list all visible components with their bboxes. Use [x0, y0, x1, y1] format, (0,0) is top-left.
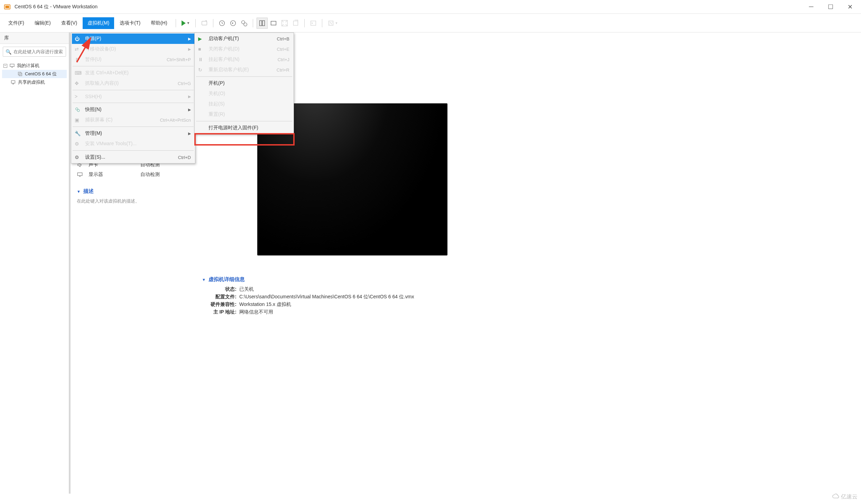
menu-label: 发送 Ctrl+Alt+Del(E) [85, 70, 191, 76]
menu-view[interactable]: 查看(V) [56, 17, 82, 29]
menu-separator [196, 76, 292, 77]
menu-item-tools: ⚙安装 VMware Tools(T)... [72, 139, 194, 149]
menu-separator [73, 103, 194, 103]
description-placeholder[interactable]: 在此处键入对该虚拟机的描述。 [77, 198, 189, 204]
svg-rect-15 [18, 72, 21, 75]
separator [304, 19, 305, 27]
unity-button[interactable] [290, 18, 301, 28]
menu-item-power[interactable]: ⏻电源(P)▶ [72, 34, 194, 44]
power-on-button[interactable]: ▼ [179, 19, 192, 27]
maximize-button[interactable]: ☐ [826, 2, 835, 12]
submenu-item: 关机(O) [195, 88, 293, 99]
menu-item-send: ⌨发送 Ctrl+Alt+Del(E) [72, 68, 194, 78]
library-tree: − 我的计算机 CentOS 6 64 位 共享的虚拟机 [0, 59, 69, 88]
section-title: 虚拟机详细信息 [209, 276, 245, 283]
hw-name: 显示器 [89, 171, 140, 178]
menu-label: 关机(O) [209, 91, 289, 97]
description-header[interactable]: ▼ 描述 [77, 188, 189, 195]
svg-rect-1 [6, 6, 9, 8]
submenu-item[interactable]: 打开电源时进入固件(F) [195, 123, 293, 133]
menu-shortcut: Ctrl+E [277, 47, 289, 52]
snapshot-button[interactable] [217, 18, 227, 28]
thumbnail-view-button[interactable] [268, 18, 279, 28]
separator [213, 19, 213, 27]
menu-item-snapshot[interactable]: 快照(N)▶ [72, 104, 194, 115]
snapshot-icon [75, 107, 82, 112]
menu-tabs[interactable]: 选项卡(T) [115, 17, 145, 29]
detail-value: 网络信息不可用 [239, 309, 273, 315]
menu-item-manage[interactable]: 🔧管理(M)▶ [72, 128, 194, 139]
vm-details: ▼ 虚拟机详细信息 状态:已关机配置文件:C:\Users\sand\Docum… [202, 276, 847, 317]
close-button[interactable]: ✕ [845, 2, 855, 12]
detail-row: 状态:已关机 [202, 286, 847, 292]
menu-separator [73, 150, 194, 151]
detail-row: 配置文件:C:\Users\sand\Documents\Virtual Mac… [202, 294, 847, 300]
window-title: CentOS 6 64 位 - VMware Workstation [15, 4, 806, 10]
watermark: 亿速云 [832, 493, 858, 501]
restart-icon: ↻ [198, 67, 206, 73]
menu-file[interactable]: 文件(F) [3, 17, 29, 29]
watermark-text: 亿速云 [841, 493, 858, 501]
stretch-button[interactable]: ▼ [326, 18, 339, 28]
search-input[interactable] [3, 47, 66, 57]
display-icon [77, 171, 85, 178]
menu-vm[interactable]: 虚拟机(M) [83, 17, 114, 29]
send-cad-button[interactable] [199, 18, 210, 28]
library-view-button[interactable] [257, 18, 268, 29]
collapse-arrow-icon: ▼ [202, 278, 206, 282]
tree-my-computer[interactable]: − 我的计算机 [2, 62, 67, 70]
minimize-button[interactable]: ─ [806, 2, 816, 12]
submenu-arrow-icon: ▶ [188, 37, 191, 41]
menu-item-ssh: >SSH(H)▶ [72, 92, 194, 101]
revert-snapshot-button[interactable] [228, 18, 238, 28]
menu-label: 捕获屏幕 (C) [85, 117, 160, 123]
menu-edit[interactable]: 编辑(E) [30, 17, 56, 29]
menu-shortcut: Ctrl+J [278, 57, 289, 62]
menu-shortcut: Ctrl+R [277, 67, 289, 73]
pause-icon: ⏸ [198, 57, 206, 62]
vm-menu-dropdown: ⏻电源(P)▶⇄可移动设备(D)▶⏸暂停(U)Ctrl+Shift+P⌨发送 C… [71, 32, 195, 164]
play-icon: ▶ [198, 36, 206, 41]
menu-item-capture: ▣捕获屏幕 (C)Ctrl+Alt+PrtScn [72, 115, 194, 125]
detail-key: 主 IP 地址: [202, 309, 237, 315]
svg-rect-16 [19, 73, 22, 76]
menu-shortcut: Ctrl+G [178, 81, 191, 86]
svg-rect-11 [294, 21, 298, 25]
svg-rect-12 [311, 21, 316, 25]
menu-label: 设置(S)... [85, 154, 178, 160]
tree-label: 共享的虚拟机 [18, 79, 45, 85]
tree-shared-vms[interactable]: 共享的虚拟机 [2, 78, 67, 86]
menu-label: 抓取输入内容(I) [85, 80, 178, 86]
submenu-arrow-icon: ▶ [188, 94, 191, 99]
menu-item-usb: ⇄可移动设备(D)▶ [72, 44, 194, 54]
hw-value: 自动检测 [140, 171, 160, 178]
settings-icon: ⚙ [75, 155, 82, 160]
menu-label: 重新启动客户机(E) [209, 67, 277, 73]
console-button[interactable] [308, 18, 318, 28]
svg-point-6 [244, 23, 247, 26]
menu-item-settings[interactable]: ⚙设置(S)...Ctrl+D [72, 152, 194, 162]
submenu-arrow-icon: ▶ [188, 131, 191, 136]
submenu-item[interactable]: ▶启动客户机(T)Ctrl+B [195, 34, 293, 44]
menu-item-pause: ⏸暂停(U)Ctrl+Shift+P [72, 54, 194, 65]
capture-icon: ▣ [75, 117, 82, 123]
stop-icon: ■ [198, 46, 206, 52]
menu-help[interactable]: 帮助(H) [146, 17, 172, 29]
collapse-icon[interactable]: − [3, 64, 7, 68]
collapse-arrow-icon: ▼ [77, 189, 81, 194]
separator [176, 19, 176, 27]
submenu-item[interactable]: 开机(P) [195, 78, 293, 88]
vm-details-header[interactable]: ▼ 虚拟机详细信息 [202, 276, 847, 283]
fullscreen-button[interactable] [279, 18, 290, 28]
menu-label: 关闭客户机(D) [209, 46, 277, 52]
detail-key: 配置文件: [202, 294, 237, 300]
menu-label: 打开电源时进入固件(F) [209, 125, 289, 131]
manage-snapshots-button[interactable] [239, 18, 249, 28]
hardware-row[interactable]: 显示器自动检测 [77, 171, 189, 178]
detail-value: C:\Users\sand\Documents\Virtual Machines… [239, 294, 414, 300]
menu-separator [196, 121, 292, 121]
sidebar-header: 库 [0, 32, 69, 44]
menu-label: 安装 VMware Tools(T)... [85, 141, 191, 147]
app-icon [3, 3, 11, 11]
tree-vm-centos[interactable]: CentOS 6 64 位 [2, 70, 67, 78]
